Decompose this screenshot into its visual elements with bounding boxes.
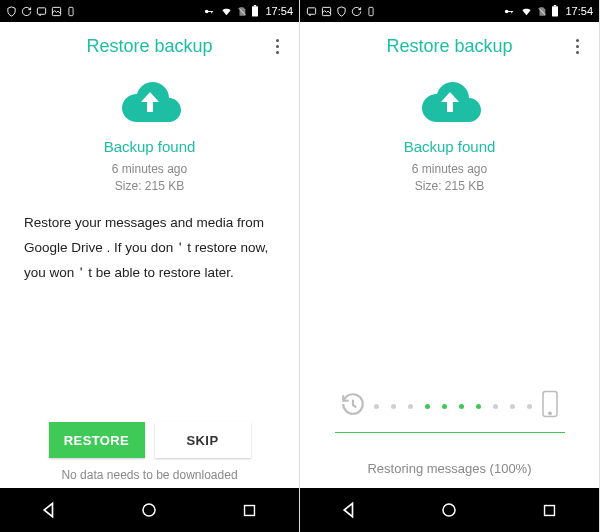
svg-rect-23 [544, 505, 554, 515]
nav-back-button[interactable] [20, 500, 80, 520]
backup-size: Size: 215 KB [412, 178, 487, 195]
overflow-menu-button[interactable] [265, 34, 289, 58]
content-area: Backup found 6 minutes ago Size: 215 KB [300, 70, 599, 488]
key-icon [202, 6, 216, 17]
nav-recent-button[interactable] [219, 502, 279, 519]
no-sim-icon [237, 6, 247, 17]
action-buttons: RESTORE SKIP [49, 422, 251, 458]
cloud-upload-icon [418, 78, 482, 128]
svg-point-14 [505, 9, 509, 13]
wifi-icon [520, 6, 533, 17]
svg-rect-0 [37, 7, 45, 13]
clock: 17:54 [565, 5, 593, 17]
message-icon [36, 6, 47, 17]
wifi-icon [220, 6, 233, 17]
status-right: 17:54 [502, 5, 593, 17]
restore-description: Restore your messages and media from Goo… [22, 211, 277, 286]
svg-point-21 [548, 412, 550, 414]
svg-rect-19 [554, 5, 556, 6]
progress-divider [335, 432, 565, 433]
status-bar: 17:54 [300, 0, 599, 22]
title-bar: Restore backup [0, 22, 299, 70]
nav-recent-button[interactable] [519, 502, 579, 519]
svg-rect-18 [552, 6, 558, 16]
nav-back-button[interactable] [320, 500, 380, 520]
svg-rect-15 [509, 11, 514, 12]
nav-bar [0, 488, 299, 532]
svg-rect-10 [244, 505, 254, 515]
status-left [306, 6, 376, 17]
refresh-icon [351, 6, 362, 17]
svg-rect-8 [254, 5, 256, 6]
clock: 17:54 [265, 5, 293, 17]
status-bar: 17:54 [0, 0, 299, 22]
svg-rect-2 [69, 7, 73, 15]
no-sim-icon [537, 6, 547, 17]
progress-animation [340, 390, 560, 422]
battery-icon [551, 5, 559, 17]
message-icon [306, 6, 317, 17]
backup-size: Size: 215 KB [112, 178, 187, 195]
progress-section: Restoring messages (100%) [322, 390, 577, 488]
skip-button[interactable]: SKIP [155, 422, 251, 458]
svg-rect-4 [209, 11, 214, 12]
backup-time: 6 minutes ago [412, 161, 487, 178]
refresh-icon [21, 6, 32, 17]
backup-time: 6 minutes ago [112, 161, 187, 178]
content-area: Backup found 6 minutes ago Size: 215 KB … [0, 70, 299, 488]
svg-point-9 [143, 504, 155, 516]
svg-point-3 [205, 9, 209, 13]
svg-rect-7 [252, 6, 258, 16]
phone-icon [540, 390, 560, 422]
backup-found-heading: Backup found [104, 138, 196, 155]
shield-icon [6, 6, 17, 17]
image-icon [51, 6, 62, 17]
nav-home-button[interactable] [119, 501, 179, 519]
svg-rect-13 [369, 7, 373, 15]
device-icon [66, 6, 76, 17]
history-icon [340, 391, 366, 421]
key-icon [502, 6, 516, 17]
shield-icon [336, 6, 347, 17]
overflow-menu-button[interactable] [565, 34, 589, 58]
device-icon [366, 6, 376, 17]
download-footnote: No data needs to be downloaded [61, 468, 237, 482]
status-left [6, 6, 76, 17]
backup-found-heading: Backup found [404, 138, 496, 155]
progress-dots [366, 404, 540, 409]
svg-rect-5 [212, 11, 213, 13]
svg-rect-11 [307, 7, 315, 13]
page-title: Restore backup [86, 36, 212, 57]
title-bar: Restore backup [300, 22, 599, 70]
nav-home-button[interactable] [419, 501, 479, 519]
backup-meta: 6 minutes ago Size: 215 KB [412, 161, 487, 195]
status-right: 17:54 [202, 5, 293, 17]
cloud-upload-icon [118, 78, 182, 128]
svg-point-22 [443, 504, 455, 516]
progress-label: Restoring messages (100%) [367, 461, 531, 476]
battery-icon [251, 5, 259, 17]
backup-meta: 6 minutes ago Size: 215 KB [112, 161, 187, 195]
image-icon [321, 6, 332, 17]
svg-rect-16 [512, 11, 513, 13]
restore-button[interactable]: RESTORE [49, 422, 145, 458]
screenshot-left: 17:54 Restore backup Backup found 6 minu… [0, 0, 300, 532]
screenshot-right: 17:54 Restore backup Backup found 6 minu… [300, 0, 600, 532]
page-title: Restore backup [386, 36, 512, 57]
nav-bar [300, 488, 599, 532]
